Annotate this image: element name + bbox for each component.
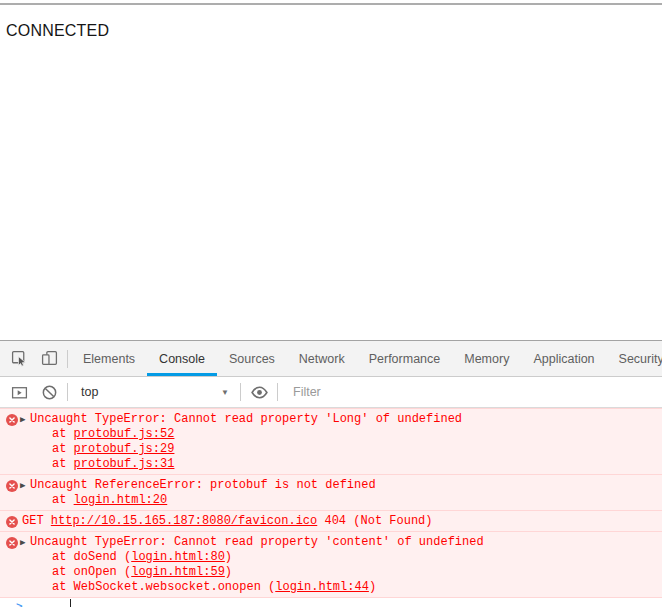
tab-network[interactable]: Network bbox=[287, 341, 357, 376]
stack-text: at bbox=[52, 442, 74, 456]
eye-icon bbox=[250, 384, 269, 401]
devtools-panel: Elements Console Sources Network Perform… bbox=[0, 340, 662, 607]
source-link[interactable]: login.html:80 bbox=[131, 550, 225, 564]
toggle-device-toolbar-button[interactable] bbox=[34, 341, 64, 376]
toolbar-separator bbox=[67, 383, 68, 401]
tab-label: Memory bbox=[464, 352, 509, 366]
tab-sources[interactable]: Sources bbox=[217, 341, 287, 376]
source-link[interactable]: protobuf.js:31 bbox=[74, 457, 175, 471]
console-filter-input[interactable] bbox=[291, 384, 515, 400]
error-message: Uncaught TypeError: Cannot read property… bbox=[0, 412, 662, 427]
stack-frame: at onOpen (login.html:59) bbox=[0, 565, 662, 580]
console-error-row: ▶ Uncaught TypeError: Cannot read proper… bbox=[0, 532, 662, 598]
inspect-cursor-icon bbox=[11, 350, 28, 367]
text-caret bbox=[70, 599, 71, 607]
execution-context-selector[interactable]: top ▼ bbox=[71, 385, 237, 399]
error-icon bbox=[6, 516, 18, 528]
toolbar-separator bbox=[277, 383, 278, 401]
error-icon bbox=[6, 537, 18, 549]
tab-label: Console bbox=[159, 352, 205, 366]
live-expression-button[interactable] bbox=[244, 384, 274, 401]
source-link[interactable]: protobuf.js:29 bbox=[74, 442, 175, 456]
device-toolbar-icon bbox=[41, 350, 58, 367]
console-input-line[interactable]: > bbox=[0, 598, 662, 607]
console-error-row: ▶ Uncaught ReferenceError: protobuf is n… bbox=[0, 475, 662, 511]
stack-frame: at WebSocket.websocket.onopen (login.htm… bbox=[0, 580, 662, 595]
console-toolbar: top ▼ bbox=[0, 377, 662, 408]
stack-text: at WebSocket.websocket.onopen ( bbox=[52, 580, 275, 594]
page-status-text: CONNECTED bbox=[6, 22, 109, 40]
console-error-row: ▶ Uncaught TypeError: Cannot read proper… bbox=[0, 408, 662, 475]
expand-triangle-icon[interactable]: ▶ bbox=[20, 536, 25, 551]
tab-memory[interactable]: Memory bbox=[452, 341, 521, 376]
stack-text: ) bbox=[225, 550, 232, 564]
execution-context-value: top bbox=[81, 385, 98, 399]
tab-security[interactable]: Security bbox=[607, 341, 662, 376]
request-url-link[interactable]: http://10.15.165.187:8080/favicon.ico bbox=[51, 514, 317, 528]
error-icon bbox=[6, 414, 18, 426]
stack-frame: at login.html:20 bbox=[0, 493, 662, 508]
tabbar-separator bbox=[67, 350, 68, 368]
stack-text: at bbox=[52, 427, 74, 441]
stack-text: ) bbox=[225, 565, 232, 579]
tab-label: Application bbox=[533, 352, 594, 366]
stack-frame: at protobuf.js:29 bbox=[0, 442, 662, 457]
source-link[interactable]: protobuf.js:52 bbox=[74, 427, 175, 441]
devtools-tabbar: Elements Console Sources Network Perform… bbox=[0, 341, 662, 377]
inspect-element-button[interactable] bbox=[4, 341, 34, 376]
browser-viewport: CONNECTED E bbox=[0, 0, 662, 607]
tab-label: Security bbox=[619, 352, 662, 366]
tab-performance[interactable]: Performance bbox=[357, 341, 453, 376]
stack-text: at doSend ( bbox=[52, 550, 131, 564]
tab-label: Sources bbox=[229, 352, 275, 366]
toolbar-separator bbox=[240, 383, 241, 401]
error-message: Uncaught ReferenceError: protobuf is not… bbox=[0, 478, 662, 493]
stack-frame: at doSend (login.html:80) bbox=[0, 550, 662, 565]
tab-label: Elements bbox=[83, 352, 135, 366]
chevron-down-icon: ▼ bbox=[221, 388, 229, 397]
tab-console[interactable]: Console bbox=[147, 341, 217, 376]
console-prompt-icon: > bbox=[16, 600, 23, 607]
error-icon bbox=[6, 480, 18, 492]
stack-text: at onOpen ( bbox=[52, 565, 131, 579]
source-link[interactable]: login.html:44 bbox=[275, 580, 369, 594]
stack-text: at bbox=[52, 457, 74, 471]
stack-frame: at protobuf.js:31 bbox=[0, 457, 662, 472]
tab-label: Performance bbox=[369, 352, 441, 366]
tab-label: Network bbox=[299, 352, 345, 366]
stack-text: at bbox=[52, 493, 74, 507]
clear-console-icon bbox=[41, 384, 58, 401]
page-top-divider bbox=[0, 3, 662, 5]
network-error-message: GET http://10.15.165.187:8080/favicon.ic… bbox=[0, 514, 662, 529]
console-network-error-row: GET http://10.15.165.187:8080/favicon.ic… bbox=[0, 511, 662, 532]
show-console-sidebar-button[interactable] bbox=[4, 384, 34, 401]
console-messages: ▶ Uncaught TypeError: Cannot read proper… bbox=[0, 408, 662, 607]
source-link[interactable]: login.html:59 bbox=[131, 565, 225, 579]
expand-triangle-icon[interactable]: ▶ bbox=[20, 413, 25, 428]
tab-application[interactable]: Application bbox=[521, 341, 606, 376]
stack-frame: at protobuf.js:52 bbox=[0, 427, 662, 442]
request-method: GET bbox=[22, 514, 51, 528]
request-status: 404 (Not Found) bbox=[317, 514, 432, 528]
error-message: Uncaught TypeError: Cannot read property… bbox=[0, 535, 662, 550]
tab-elements[interactable]: Elements bbox=[71, 341, 147, 376]
stack-text: ) bbox=[369, 580, 376, 594]
clear-console-button[interactable] bbox=[34, 384, 64, 401]
console-sidebar-icon bbox=[11, 384, 28, 401]
expand-triangle-icon[interactable]: ▶ bbox=[20, 479, 25, 494]
source-link[interactable]: login.html:20 bbox=[74, 493, 168, 507]
